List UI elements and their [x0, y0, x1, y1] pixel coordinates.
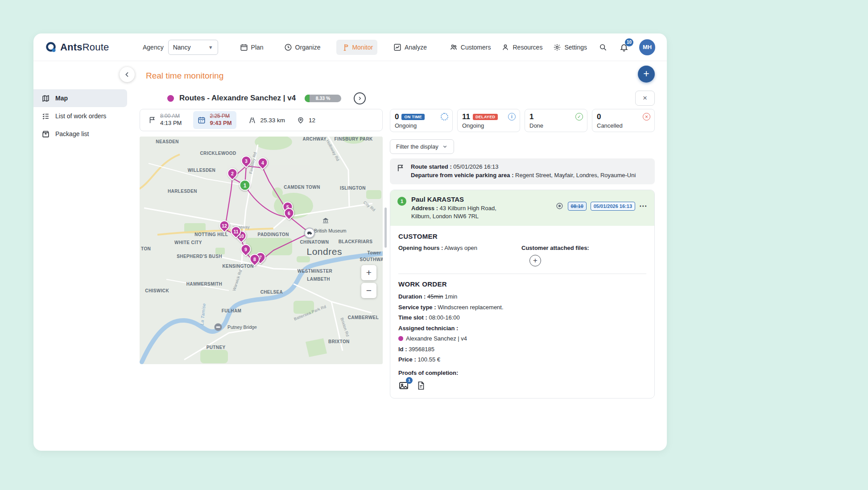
customer-address: Address : 43 Kilburn High Road, Kilburn,…	[411, 204, 550, 220]
map-label: PUTNEY	[207, 345, 226, 349]
nav-item-resources[interactable]: Resources	[500, 42, 543, 53]
section-divider	[398, 274, 646, 274]
details-panel-header: ×	[390, 90, 655, 106]
agency-select[interactable]: Nancy ▼	[168, 40, 218, 55]
locate-icon[interactable]	[555, 202, 564, 210]
map-canvas[interactable]: + − NEASDENARCHWAYFINSBURY PARKCRICKLEWO…	[140, 137, 383, 364]
map-label: FINSBURY PARK	[335, 137, 373, 141]
content-columns: Routes - Alexandre Sanchez | v4 8.33 %	[140, 90, 655, 399]
customer-name: Paul KARASTAS	[411, 195, 550, 203]
map-label: BLACKFRIARS	[339, 239, 373, 244]
check-circle-icon: ✓	[575, 113, 583, 120]
close-panel-button[interactable]: ×	[635, 91, 655, 106]
route-stats-bar: 8:00 AM 4:13 PM 2:25 PM 9:43 PM	[140, 109, 383, 131]
nav-item-analyze[interactable]: Analyze	[389, 40, 431, 55]
agency-selected-value: Nancy	[173, 44, 191, 51]
proof-document-button[interactable]	[416, 381, 426, 390]
proof-photo-button[interactable]: 1	[398, 380, 409, 391]
zoom-out-button[interactable]: −	[361, 283, 376, 298]
ontime-count: 0	[395, 112, 399, 121]
sidebar-item-package-list[interactable]: Package list	[33, 125, 127, 143]
route-start-info: Route started : 05/01/2026 16:13 Departu…	[390, 158, 655, 184]
stop-count-value: 12	[309, 117, 315, 124]
map-marker-stop-1[interactable]: 1	[239, 180, 250, 191]
route-title: Routes - Alexandre Sanchez | v4	[179, 94, 296, 103]
end-time-new: 9:43 PM	[210, 120, 231, 127]
gear-icon	[553, 43, 561, 51]
map-marker-vehicle[interactable]	[304, 228, 315, 238]
status-card-delayed[interactable]: 11 DELAYED Ongoing i	[457, 109, 520, 132]
map-label: WILLESDEN	[188, 167, 216, 172]
status-card-cancelled[interactable]: 0 Cancelled ×	[592, 109, 655, 132]
map-label: ARCHWAY	[303, 137, 327, 141]
map-label: SOUTHWAR	[360, 257, 383, 262]
map-label: LAMBETH	[307, 277, 330, 282]
notification-count-badge: 10	[625, 38, 633, 46]
primary-nav: Plan Organize Monitor Analyze	[226, 40, 441, 55]
sidebar-item-work-orders[interactable]: List of work orders	[33, 107, 127, 125]
back-button[interactable]	[120, 67, 135, 82]
document-icon	[416, 381, 426, 390]
customer-actions: 08:10 05/01/2026 16:13 ⋯	[555, 202, 647, 211]
agency-group: Agency Nancy ▼	[143, 40, 218, 55]
brand-logo[interactable]: AntsRoute	[45, 42, 128, 53]
map-label: SHEPHERD'S BUSH	[177, 254, 222, 259]
attached-files-block: Customer attached files: +	[521, 245, 646, 266]
map-label: CAMBERWEL	[348, 315, 379, 320]
top-navbar: AntsRoute Agency Nancy ▼ Plan Organize M…	[33, 33, 667, 61]
spinner-icon	[441, 113, 448, 120]
status-cards: 0 ON TIME Ongoing 11 DELAYED Ongoing	[390, 109, 655, 132]
price-line: Price : 100.55 €	[398, 355, 646, 364]
search-button[interactable]	[597, 41, 609, 53]
done-count: 1	[529, 112, 533, 121]
checklist-icon	[41, 112, 50, 120]
ontime-badge: ON TIME	[401, 114, 425, 120]
map-label: Putney Bridge	[227, 324, 257, 330]
route-header: Routes - Alexandre Sanchez | v4 8.33 %	[140, 90, 383, 106]
chevron-down-icon	[442, 144, 448, 149]
scrollbar-thumb[interactable]	[384, 208, 387, 248]
customer-header[interactable]: 1 Paul KARASTAS Address : 43 Kilburn Hig…	[390, 190, 654, 226]
nav-item-plan[interactable]: Plan	[236, 40, 268, 55]
map-label: CRICKLEWOOD	[200, 151, 236, 156]
monitor-icon	[341, 43, 349, 51]
map-label: CHELSEA	[260, 290, 283, 295]
nav-item-monitor[interactable]: Monitor	[336, 40, 377, 55]
proofs-row: 1	[398, 380, 646, 391]
zoom-in-button[interactable]: +	[361, 265, 376, 280]
filter-display-button[interactable]: Filter the display	[390, 139, 454, 154]
map-marker-bridge	[215, 323, 222, 331]
notifications-button[interactable]: 10	[618, 41, 630, 54]
status-card-ontime[interactable]: 0 ON TIME Ongoing	[390, 109, 453, 132]
sidebar-item-map[interactable]: Map	[33, 89, 127, 107]
calendar-clock-icon	[198, 116, 206, 124]
add-button[interactable]: +	[638, 66, 655, 83]
chevron-left-icon	[124, 71, 131, 78]
details-panel: × 0 ON TIME Ongoing	[390, 90, 655, 399]
user-avatar[interactable]: MH	[639, 39, 655, 55]
route-departure-line: Departure from vehicle parking area : Re…	[411, 171, 636, 180]
map-icon	[41, 94, 50, 103]
secondary-nav: Customers Resources Settings 10 MH	[449, 39, 655, 55]
map-label: BRIXTON	[328, 339, 350, 344]
add-attached-file-button[interactable]: +	[529, 255, 541, 266]
map-label: FULHAM	[222, 308, 242, 313]
customers-icon	[450, 43, 458, 51]
nav-item-organize[interactable]: Organize	[280, 40, 325, 55]
technician-color-dot	[398, 336, 403, 341]
stat-distance: 25.33 km	[248, 116, 285, 125]
nav-item-settings[interactable]: Settings	[552, 42, 588, 53]
stop-number-badge: 1	[397, 197, 406, 206]
chevron-down-icon: ▼	[208, 45, 213, 50]
distance-value: 25.33 km	[260, 117, 285, 124]
map-label: Tower H	[368, 250, 383, 255]
end-time-old: 2:25 PM	[210, 113, 231, 120]
more-options-button[interactable]: ⋯	[639, 202, 647, 210]
nav-item-customers[interactable]: Customers	[449, 42, 492, 53]
map-label: HAMMERSMITH	[186, 282, 223, 287]
map-label: CHINATOWN	[300, 240, 329, 245]
page-header: Real time monitoring +	[140, 61, 655, 90]
next-route-button[interactable]	[354, 92, 366, 104]
route-color-dot	[167, 95, 174, 102]
status-card-done[interactable]: 1 Done ✓	[525, 109, 587, 132]
